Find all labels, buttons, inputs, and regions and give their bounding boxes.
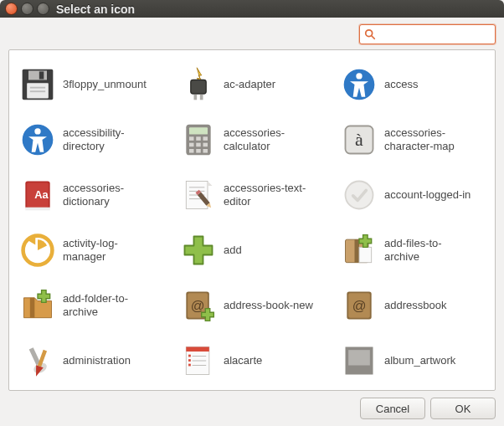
- icon-grid[interactable]: 3floppy_unmountac-adapteraccessaccessibi…: [9, 50, 495, 390]
- svg-rect-9: [194, 95, 198, 100]
- icon-label: activity-log-manager: [63, 237, 155, 263]
- add-files-to-archive-icon: [339, 230, 379, 270]
- svg-rect-62: [188, 364, 191, 367]
- dialog-content: 3floppy_unmountac-adapteraccessaccessibi…: [0, 18, 504, 426]
- svg-rect-22: [203, 143, 208, 147]
- search-input[interactable]: [359, 24, 496, 44]
- icon-label: add: [224, 244, 242, 257]
- icon-label: accessories-character-map: [384, 126, 476, 152]
- address-book-new-icon: @: [178, 285, 219, 326]
- svg-rect-3: [28, 71, 47, 80]
- cancel-button[interactable]: Cancel: [360, 398, 425, 419]
- svg-rect-60: [188, 355, 191, 357]
- icon-item-access[interactable]: access: [337, 57, 491, 112]
- add-icon: [178, 230, 219, 270]
- svg-point-12: [356, 73, 362, 79]
- svg-rect-61: [188, 359, 191, 362]
- 3floppy_unmount-icon: [18, 64, 58, 105]
- icon-item-administration[interactable]: administration: [16, 333, 170, 388]
- icon-item-add[interactable]: add: [177, 223, 331, 278]
- icon-label: accessibility-directory: [63, 126, 155, 152]
- svg-rect-16: [189, 127, 208, 134]
- svg-rect-43: [355, 239, 360, 263]
- svg-rect-4: [39, 71, 44, 79]
- album_artwork-icon: [339, 341, 379, 381]
- icon-panel: 3floppy_unmountac-adapteraccessaccessibi…: [8, 49, 496, 391]
- svg-rect-10: [200, 95, 203, 100]
- activity-log-manager-icon: [18, 230, 58, 270]
- icon-item-activity-log-manager[interactable]: activity-log-manager: [16, 223, 170, 278]
- accessories-text-editor-icon: [178, 175, 219, 215]
- icon-item-address-book-new[interactable]: @address-book-new: [177, 278, 331, 333]
- addressbook-icon: @: [339, 285, 379, 326]
- icon-label: account-logged-in: [384, 188, 471, 202]
- svg-rect-45: [30, 298, 35, 318]
- accessories-character-map-icon: à: [339, 120, 379, 160]
- svg-rect-21: [196, 143, 201, 147]
- icon-item-addressbook[interactable]: @addressbook: [337, 278, 491, 333]
- svg-rect-24: [196, 149, 201, 153]
- icon-item-alacarte[interactable]: alacarte: [177, 333, 331, 388]
- account-logged-in-icon: [339, 175, 379, 215]
- accessibility-directory-icon: [18, 120, 58, 160]
- svg-rect-19: [203, 136, 208, 141]
- svg-rect-20: [189, 143, 194, 147]
- maximize-icon[interactable]: [37, 3, 49, 15]
- close-icon[interactable]: [5, 3, 18, 15]
- svg-point-14: [34, 128, 40, 134]
- titlebar[interactable]: Select an icon: [0, 0, 504, 18]
- svg-text:Aa: Aa: [34, 188, 49, 201]
- search-icon: [364, 28, 376, 40]
- minimize-icon[interactable]: [21, 3, 33, 15]
- svg-rect-23: [189, 149, 194, 153]
- svg-line-1: [372, 36, 375, 39]
- add-folder-to-archive-icon: [18, 285, 58, 326]
- icon-item-ac-adapter[interactable]: ac-adapter: [177, 57, 331, 112]
- svg-text:à: à: [355, 129, 363, 150]
- icon-item-accessories-dictionary[interactable]: Aaaccessories-dictionary: [16, 167, 170, 223]
- svg-rect-6: [30, 87, 45, 89]
- icon-item-accessibility-directory[interactable]: accessibility-directory: [16, 112, 170, 167]
- svg-rect-25: [203, 149, 208, 153]
- ac-adapter-icon: [178, 64, 219, 105]
- icon-label: ac-adapter: [224, 78, 275, 91]
- icon-label: album_artwork: [384, 354, 455, 367]
- icon-label: access: [384, 78, 418, 91]
- icon-item-accessories-calculator[interactable]: accessories-calculator: [177, 112, 331, 167]
- access-icon: [339, 64, 379, 105]
- icon-item-account-logged-in[interactable]: account-logged-in: [337, 167, 491, 223]
- svg-rect-44: [359, 247, 372, 262]
- accessories-calculator-icon: [178, 120, 219, 160]
- svg-rect-8: [191, 80, 206, 95]
- svg-rect-64: [348, 350, 370, 365]
- icon-label: administration: [63, 354, 131, 367]
- icon-item-accessories-character-map[interactable]: àaccessories-character-map: [337, 112, 491, 167]
- svg-rect-31: [25, 208, 49, 211]
- icon-item-add-files-to-archive[interactable]: add-files-to-archive: [337, 223, 491, 278]
- icon-label: addressbook: [384, 299, 446, 312]
- icon-label: accessories-dictionary: [63, 182, 155, 208]
- ok-button[interactable]: OK: [430, 398, 496, 419]
- svg-text:@: @: [352, 298, 367, 313]
- svg-rect-18: [196, 136, 201, 141]
- dialog-footer: Cancel OK: [8, 396, 496, 419]
- svg-rect-17: [189, 136, 194, 141]
- svg-rect-56: [186, 347, 209, 352]
- icon-label: add-files-to-archive: [384, 237, 476, 263]
- svg-text:@: @: [191, 298, 205, 313]
- icon-label: 3floppy_unmount: [63, 78, 147, 91]
- search-row: [8, 24, 496, 44]
- icon-label: accessories-text-editor: [224, 182, 316, 208]
- accessories-dictionary-icon: Aa: [18, 175, 58, 215]
- icon-label: add-folder-to-archive: [63, 292, 155, 318]
- icon-item-3floppy_unmount[interactable]: 3floppy_unmount: [16, 57, 170, 112]
- window-title: Select an icon: [56, 3, 135, 16]
- icon-item-add-folder-to-archive[interactable]: add-folder-to-archive: [16, 278, 170, 333]
- window-controls: [5, 3, 49, 15]
- icon-label: address-book-new: [224, 299, 313, 312]
- alacarte-icon: [178, 341, 219, 381]
- icon-item-accessories-text-editor[interactable]: accessories-text-editor: [177, 167, 331, 223]
- icon-item-album_artwork[interactable]: album_artwork: [337, 333, 491, 388]
- icon-label: alacarte: [224, 354, 262, 367]
- svg-point-40: [346, 182, 373, 209]
